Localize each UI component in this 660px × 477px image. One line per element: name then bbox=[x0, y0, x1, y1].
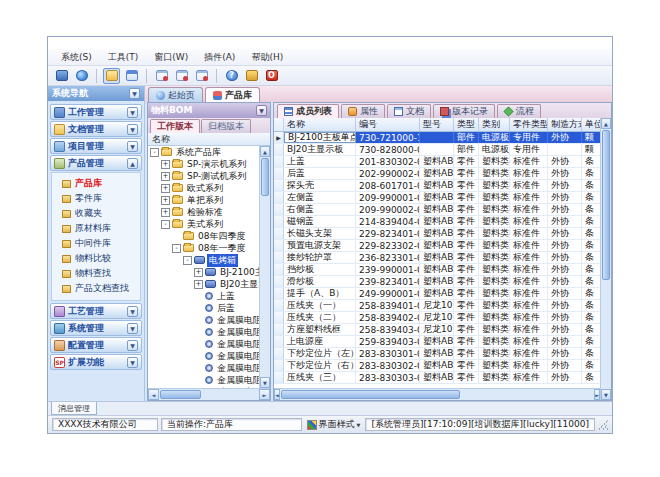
tab-流程[interactable]: 流程 bbox=[497, 104, 541, 118]
report-edit-icon[interactable] bbox=[173, 68, 190, 84]
tree-column-header[interactable]: 名称 bbox=[148, 133, 270, 146]
table-horizontal-scrollbar[interactable]: ◄ ► bbox=[274, 388, 600, 400]
row-selector[interactable] bbox=[274, 336, 284, 347]
tree-node-金属膜电阻器[interactable]: +金属膜电阻器 bbox=[148, 362, 259, 374]
sidebar-section-工作管理[interactable]: 工作管理▼ bbox=[50, 104, 142, 120]
table-row[interactable]: 预置电源支架229-823302-00E塑料ABS零件塑料类标准件外协条 bbox=[274, 240, 600, 252]
sidebar-item-产品文档查找[interactable]: 产品文档查找 bbox=[52, 281, 140, 296]
table-row[interactable]: 上电源座259-839403-00E塑料ABS零件塑料类标准件外协条 bbox=[274, 336, 600, 348]
table-row[interactable]: 挡纱板239-990001-01E塑料ABS零件塑料类标准件外协条 bbox=[274, 264, 600, 276]
sidebar-section-扩展功能[interactable]: SP扩展功能▼ bbox=[50, 354, 142, 370]
row-selector[interactable] bbox=[274, 264, 284, 275]
sidebar-section-配置管理[interactable]: 配置管理▼ bbox=[50, 337, 142, 353]
menu-item-0[interactable]: 系统(S) bbox=[54, 50, 99, 65]
row-selector[interactable] bbox=[274, 156, 284, 167]
menu-item-1[interactable]: 工具(T) bbox=[101, 50, 146, 65]
tree-node-金属膜电阻器[interactable]: +金属膜电阻器 bbox=[148, 374, 259, 386]
sidebar-item-物料比较[interactable]: 物料比较 bbox=[52, 251, 140, 266]
table-row[interactable]: 下纱定位片（右）283-830302-00E塑料ABS零件塑料类标准件外协条 bbox=[274, 360, 600, 372]
sidebar-section-项目管理[interactable]: 项目管理▼ bbox=[50, 138, 142, 154]
table-row[interactable]: 探头壳208-601701-01E塑料ABS零件塑料类标准件外协条 bbox=[274, 180, 600, 192]
column-header-名称[interactable]: 名称 bbox=[284, 118, 356, 131]
collapse-icon[interactable]: - bbox=[150, 148, 159, 157]
row-selector[interactable] bbox=[274, 168, 284, 179]
table-row[interactable]: 左侧盖209-990001-01E塑料ABS零件塑料类标准件外协条 bbox=[274, 192, 600, 204]
expand-icon[interactable]: + bbox=[161, 172, 170, 181]
tree-node-SP-测试机系列[interactable]: +SP-测试机系列 bbox=[148, 170, 259, 182]
tree-node-系统产品库[interactable]: -系统产品库 bbox=[148, 146, 259, 158]
expand-icon[interactable]: + bbox=[161, 160, 170, 169]
chevron-down-icon[interactable]: ▼ bbox=[127, 323, 138, 334]
sidebar-item-产品库[interactable]: 产品库 bbox=[52, 176, 140, 191]
table-row[interactable]: 提手（A、B）249-990001-01E塑料ABS零件塑料类标准件外协条 bbox=[274, 288, 600, 300]
scroll-down-icon[interactable]: ▼ bbox=[260, 377, 270, 388]
tree-node-BJ20主显示板[interactable]: +BJ20主显示板 bbox=[148, 278, 259, 290]
tree-scroll-thumb[interactable] bbox=[261, 158, 269, 196]
scroll-right-icon[interactable]: ► bbox=[594, 389, 600, 400]
row-selector[interactable] bbox=[274, 288, 284, 299]
expand-icon[interactable]: + bbox=[194, 280, 203, 289]
tab-属性[interactable]: 属性 bbox=[341, 104, 385, 118]
sidebar-collapse-button[interactable]: ▼ bbox=[129, 88, 140, 99]
table-row[interactable]: 下纱定位片（左）283-830301-00E塑料ABS零件塑料类标准件外协条 bbox=[274, 348, 600, 360]
table-row[interactable]: ▶BJ-2100主板单点730-721000-12E部件电源板专用件外协颗 bbox=[274, 132, 600, 144]
report-new-icon[interactable] bbox=[153, 68, 170, 84]
ui-style-selector[interactable]: 界面样式 ▼ bbox=[305, 418, 363, 431]
table-row[interactable]: 方座塑料线框258-839403-00E尼龙1010零件塑料类标准件外协条 bbox=[274, 324, 600, 336]
scroll-left-icon[interactable]: ◄ bbox=[274, 389, 280, 400]
tab-归档版本[interactable]: 归档版本 bbox=[201, 119, 251, 133]
sidebar-section-产品管理[interactable]: 产品管理▲ bbox=[50, 155, 142, 171]
row-selector[interactable] bbox=[274, 204, 284, 215]
column-header-零件类型[interactable]: 零件类型 bbox=[510, 118, 548, 131]
tree-node-后盖[interactable]: +后盖 bbox=[148, 302, 259, 314]
tree-node-BJ-2100主板单点[interactable]: +BJ-2100主板单点 bbox=[148, 266, 259, 278]
resize-grip[interactable] bbox=[598, 420, 608, 430]
table-vertical-scrollbar[interactable]: ▲ ▼ bbox=[600, 118, 611, 400]
tree-node-上盖[interactable]: +上盖 bbox=[148, 290, 259, 302]
tree-node-金属膜电阻器[interactable]: +金属膜电阻器 bbox=[148, 350, 259, 362]
chevron-down-icon[interactable]: ▼ bbox=[127, 357, 138, 368]
table-row[interactable]: 压线夹（三）283-830303-00E塑料ABS零件塑料类标准件外协条 bbox=[274, 372, 600, 384]
tab-起始页[interactable]: 起始页 bbox=[148, 87, 203, 102]
bom-panel-pin-button[interactable]: ▼ bbox=[256, 105, 267, 116]
row-selector[interactable] bbox=[274, 324, 284, 335]
expand-icon[interactable]: + bbox=[161, 208, 170, 217]
tab-文档[interactable]: 文档 bbox=[387, 104, 431, 118]
tree-node-08年四季度[interactable]: +08年四季度 bbox=[148, 230, 259, 242]
row-selector[interactable] bbox=[274, 252, 284, 263]
table-row[interactable]: BJ20主显示板730-828000-04E部件电源板专用件颗 bbox=[274, 144, 600, 156]
tree-vertical-scrollbar[interactable]: ▲ ▼ bbox=[259, 146, 270, 388]
expand-icon[interactable]: + bbox=[161, 184, 170, 193]
chevron-down-icon[interactable]: ▼ bbox=[127, 306, 138, 317]
column-header-编号[interactable]: 编号 bbox=[356, 118, 420, 131]
row-selector[interactable] bbox=[274, 192, 284, 203]
chevron-down-icon[interactable]: ▼ bbox=[127, 124, 138, 135]
exit-icon[interactable]: O bbox=[263, 68, 280, 84]
tree-node-检验标准[interactable]: +检验标准 bbox=[148, 206, 259, 218]
tree-node-金属膜电阻器[interactable]: +金属膜电阻器 bbox=[148, 338, 259, 350]
tab-版本记录[interactable]: 版本记录 bbox=[433, 104, 495, 118]
sidebar-item-物料查找[interactable]: 物料查找 bbox=[52, 266, 140, 281]
monitor-icon[interactable] bbox=[53, 68, 70, 84]
tree-node-金属膜电阻器[interactable]: +金属膜电阻器 bbox=[148, 314, 259, 326]
column-header-类型[interactable]: 类型 bbox=[454, 118, 479, 131]
window-layout-icon[interactable] bbox=[123, 68, 140, 84]
row-selector[interactable] bbox=[274, 348, 284, 359]
table-row[interactable]: 右侧盖209-990002-01E塑料ABS零件塑料类标准件外协条 bbox=[274, 204, 600, 216]
table-row[interactable]: 上盖201-830302-00E塑料ABS零件塑料类标准件外协条 bbox=[274, 156, 600, 168]
lock-icon[interactable] bbox=[243, 68, 260, 84]
menu-item-4[interactable]: 帮助(H) bbox=[244, 50, 290, 65]
globe-icon[interactable] bbox=[73, 68, 90, 84]
sidebar-item-中间件库[interactable]: 中间件库 bbox=[52, 236, 140, 251]
tab-工作版本[interactable]: 工作版本 bbox=[150, 119, 200, 133]
table-scroll-thumb[interactable] bbox=[602, 130, 610, 280]
sidebar-item-原材料库[interactable]: 原材料库 bbox=[52, 221, 140, 236]
table-row[interactable]: 压线夹（一）258-839401-00E尼龙1010零件塑料类标准件外协条 bbox=[274, 300, 600, 312]
row-selector[interactable] bbox=[274, 312, 284, 323]
table-row[interactable]: 滑纱板239-823401-00E塑料ABS零件塑料类标准件外协条 bbox=[274, 276, 600, 288]
tree-node-金属膜电阻器[interactable]: +金属膜电阻器 bbox=[148, 326, 259, 338]
row-selector[interactable] bbox=[274, 180, 284, 191]
expand-icon[interactable]: + bbox=[161, 196, 170, 205]
scroll-up-icon[interactable]: ▲ bbox=[601, 118, 611, 129]
row-selector[interactable] bbox=[274, 276, 284, 287]
